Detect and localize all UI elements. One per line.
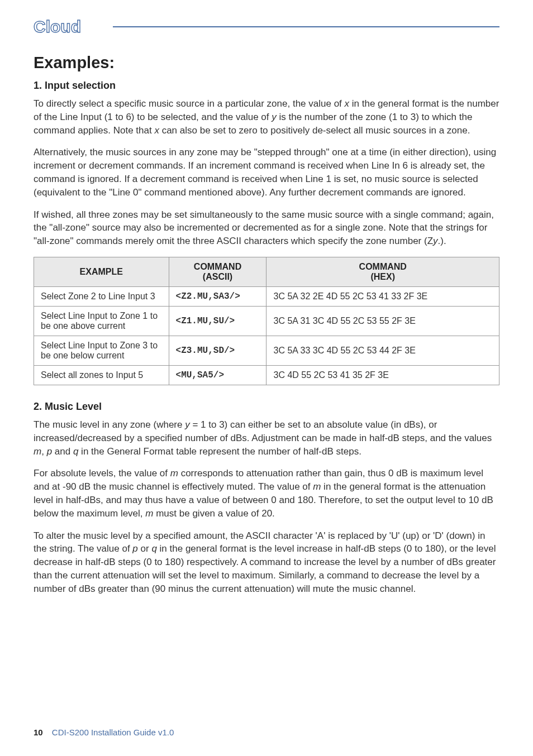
paragraph-4: The music level in any zone (where y = 1… [34,418,499,458]
paragraph-2: Alternatively, the music sources in any … [34,146,499,199]
col-header-example: EXAMPLE [34,257,169,286]
col-header-ascii: COMMAND (ASCII) [169,257,266,286]
cell-hex: 3C 5A 31 3C 4D 55 2C 53 55 2F 3E [266,306,499,336]
command-table: EXAMPLE COMMAND (ASCII) COMMAND (HEX) Se… [34,257,499,385]
input-selection-heading: 1. Input selection [34,80,499,92]
table-row: Select Line Input to Zone 3 to be one be… [34,336,499,365]
paragraph-6: To alter the music level by a specified … [34,529,499,596]
paragraph-5: For absolute levels, the value of m corr… [34,467,499,520]
table-header-row: EXAMPLE COMMAND (ASCII) COMMAND (HEX) [34,257,499,286]
table-row: Select Zone 2 to Line Input 3 <Z2.MU,SA3… [34,286,499,306]
doc-title: CDI-S200 Installation Guide v1.0 [52,728,174,737]
col-header-hex: COMMAND (HEX) [266,257,499,286]
cell-hex: 3C 5A 32 2E 4D 55 2C 53 41 33 2F 3E [266,286,499,306]
examples-heading: Examples: [34,54,499,72]
logo-text: Cloud [34,17,81,36]
cell-ascii: <Z3.MU,SD/> [169,336,266,365]
page-number: 10 [34,728,43,737]
cell-example: Select Line Input to Zone 3 to be one be… [34,336,169,365]
header-logo-row: Cloud [0,17,499,37]
page-footer: 10 CDI-S200 Installation Guide v1.0 [34,728,174,737]
cloud-logo-icon: Cloud [34,17,106,37]
cell-ascii: <Z1.MU,SU/> [169,306,266,336]
music-level-heading: 2. Music Level [34,401,499,413]
cell-hex: 3C 4D 55 2C 53 41 35 2F 3E [266,365,499,385]
paragraph-1: To directly select a specific music sour… [34,97,499,137]
cell-ascii: <MU,SA5/> [169,365,266,385]
cell-hex: 3C 5A 33 3C 4D 55 2C 53 44 2F 3E [266,336,499,365]
table-row: Select all zones to Input 5 <MU,SA5/> 3C… [34,365,499,385]
table-row: Select Line Input to Zone 1 to be one ab… [34,306,499,336]
cell-example: Select all zones to Input 5 [34,365,169,385]
header-rule [113,26,499,27]
paragraph-3: If wished, all three zones may be set si… [34,208,499,248]
cell-ascii: <Z2.MU,SA3/> [169,286,266,306]
cell-example: Select Line Input to Zone 1 to be one ab… [34,306,169,336]
cell-example: Select Zone 2 to Line Input 3 [34,286,169,306]
